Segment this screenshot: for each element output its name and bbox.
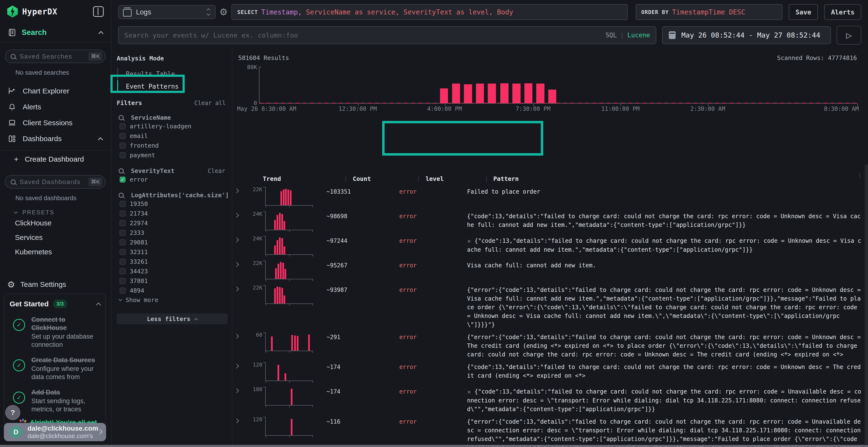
checkbox[interactable]	[120, 268, 126, 274]
save-button[interactable]: Save	[789, 4, 818, 20]
saved-searches-placeholder: Saved Searches	[20, 53, 89, 60]
pattern-cell[interactable]: ×{"code":13,"details":"failed to charge …	[467, 383, 864, 414]
run-query-button[interactable]: ▷	[837, 26, 861, 44]
alerts-button[interactable]: Alerts	[824, 4, 861, 20]
sidebar-item-dashboards[interactable]: Dashboards	[0, 131, 111, 147]
less-filters-button[interactable]: Less filters	[117, 313, 227, 324]
sidebar-item-label: Chart Explorer	[23, 87, 102, 95]
pattern-cell[interactable]: {"code":13,"details":"failed to charge c…	[467, 359, 864, 380]
count-cell: ~103351	[319, 183, 396, 196]
row-expand-chevron-icon[interactable]	[234, 388, 239, 393]
column-header-label: Pattern	[493, 175, 519, 182]
user-menu[interactable]: D dale@clickhouse.com dale@clickhouse.co…	[4, 423, 106, 441]
vertical-scrollbar[interactable]	[865, 165, 868, 444]
sidebar-item-team-settings[interactable]: ⚙ Team Settings	[0, 276, 111, 293]
checkbox[interactable]	[120, 133, 126, 139]
checkbox[interactable]	[120, 230, 126, 236]
preset-item-clickhouse[interactable]: ClickHouse	[0, 216, 111, 230]
drag-handle-icon[interactable]: ⋮	[416, 175, 422, 182]
create-dashboard-button[interactable]: + Create Dashboard	[0, 150, 111, 168]
column-header-count[interactable]: ⋮Count	[343, 175, 412, 182]
checkbox[interactable]	[120, 220, 126, 226]
checkbox[interactable]	[120, 152, 126, 158]
row-expand-chevron-icon[interactable]	[234, 238, 239, 242]
sidebar-collapse-icon[interactable]	[93, 6, 104, 17]
filter-option[interactable]: 22974	[120, 218, 227, 228]
checkbox[interactable]	[120, 287, 126, 294]
pattern-cell[interactable]: Visa cache full: cannot add new item.	[467, 257, 864, 270]
column-menu-icon[interactable]: ⋮	[857, 172, 863, 179]
checkbox[interactable]	[120, 210, 126, 216]
sidebar-item-chart-explorer[interactable]: Chart Explorer	[0, 83, 111, 99]
chevron-up-icon[interactable]	[96, 302, 101, 307]
sidebar-item-client-sessions[interactable]: Client Sessions	[0, 115, 111, 131]
checkbox[interactable]	[120, 278, 126, 284]
source-settings-gear-icon[interactable]: ⚙	[219, 7, 227, 18]
filter-option[interactable]: 37801	[120, 276, 227, 285]
checkbox[interactable]	[120, 239, 126, 245]
checkbox[interactable]	[120, 143, 126, 148]
column-header-level[interactable]: ⋮level	[416, 175, 484, 182]
sidebar-item-label: Client Sessions	[23, 119, 102, 127]
filter-option[interactable]: 32311	[120, 247, 227, 256]
show-more-link[interactable]: Show more	[119, 295, 227, 305]
column-header-trend[interactable]: Trend	[263, 175, 281, 182]
checkbox[interactable]	[120, 123, 126, 129]
checkbox[interactable]	[120, 201, 126, 207]
filter-option[interactable]: payment	[120, 150, 227, 160]
language-toggle[interactable]: SQL|Lucene	[606, 32, 650, 39]
filter-option[interactable]: 21734	[120, 209, 227, 218]
row-expand-chevron-icon[interactable]	[234, 213, 239, 218]
filter-option[interactable]: email	[120, 131, 227, 140]
filter-option[interactable]: frontend	[120, 141, 227, 150]
pattern-cell[interactable]: {"code":13,"details":"failed to charge c…	[467, 208, 864, 229]
filter-option[interactable]: 4894	[120, 286, 227, 295]
filter-option[interactable]: 2333	[120, 228, 227, 237]
saved-searches-input[interactable]: Saved Searches ⌘K	[5, 49, 105, 63]
filter-option[interactable]: 19350	[120, 199, 227, 208]
search-icon	[10, 179, 16, 184]
filter-clear-link[interactable]: Clear	[208, 168, 227, 174]
help-button[interactable]: ?	[5, 405, 20, 420]
row-expand-chevron-icon[interactable]	[234, 262, 239, 267]
pattern-cell[interactable]: {"error":{"code":13,"details":"failed to…	[467, 414, 864, 447]
preset-item-kubernetes[interactable]: Kubernetes	[0, 245, 111, 259]
pattern-cell[interactable]: Failed to place order	[467, 183, 864, 196]
pattern-cell[interactable]: ×{"code":13,"details":"failed to charge …	[467, 233, 864, 254]
filter-option[interactable]: 34423	[120, 267, 227, 276]
date-range-picker[interactable]: May 26 08:52:44 - May 27 08:52:44	[662, 26, 831, 44]
select-columns-input[interactable]: SELECT Timestamp, ServiceName as service…	[231, 4, 628, 20]
preset-item-services[interactable]: Services	[0, 230, 111, 245]
pattern-cell[interactable]: {"error":{"code":13,"details":"failed to…	[467, 329, 864, 359]
column-header-pattern[interactable]: ⋮Pattern	[484, 175, 862, 182]
filter-option[interactable]: 33261	[120, 257, 227, 266]
row-expand-chevron-icon[interactable]	[234, 334, 239, 339]
row-expand-chevron-icon[interactable]	[234, 188, 239, 193]
checkbox-checked[interactable]: ✓	[120, 176, 126, 182]
filter-option[interactable]: ✓error	[120, 175, 227, 184]
drag-handle-icon[interactable]: ⋮	[343, 175, 349, 182]
source-select[interactable]: Logs	[118, 5, 216, 19]
drag-handle-icon[interactable]: ⋮	[484, 175, 490, 182]
sparkline-bar	[281, 214, 283, 230]
row-expand-chevron-icon[interactable]	[234, 364, 239, 369]
filters-panel: Analysis Mode Results Table Event Patter…	[112, 46, 232, 447]
presets-toggle[interactable]: PRESETS	[14, 209, 111, 216]
row-expand-chevron-icon[interactable]	[234, 418, 239, 423]
order-by-input[interactable]: ORDER BY TimestampTime DESC	[636, 4, 782, 20]
checkbox[interactable]	[120, 249, 126, 255]
filter-option[interactable]: 29081	[120, 238, 227, 247]
checkbox[interactable]	[120, 259, 126, 265]
clear-all-link[interactable]: Clear all	[194, 100, 227, 106]
exclude-marker-icon[interactable]: ×	[467, 389, 471, 395]
filter-option[interactable]: artillery-loadgen	[120, 122, 227, 131]
sidebar-item-search[interactable]: Search	[0, 23, 111, 42]
sparkline-bar	[279, 238, 281, 254]
pattern-cell[interactable]: {"error":{"code":13,"details":"failed to…	[467, 282, 864, 329]
row-expand-chevron-icon[interactable]	[234, 286, 239, 291]
saved-dashboards-input[interactable]: Saved Dashboards ⌘K	[5, 175, 105, 188]
sidebar-item-alerts[interactable]: Alerts	[0, 99, 111, 115]
exclude-marker-icon[interactable]: ×	[467, 238, 471, 244]
search-input[interactable]: Search your events w/ Lucene ex. column:…	[118, 26, 656, 44]
horizontal-scrollbar[interactable]	[0, 445, 868, 447]
